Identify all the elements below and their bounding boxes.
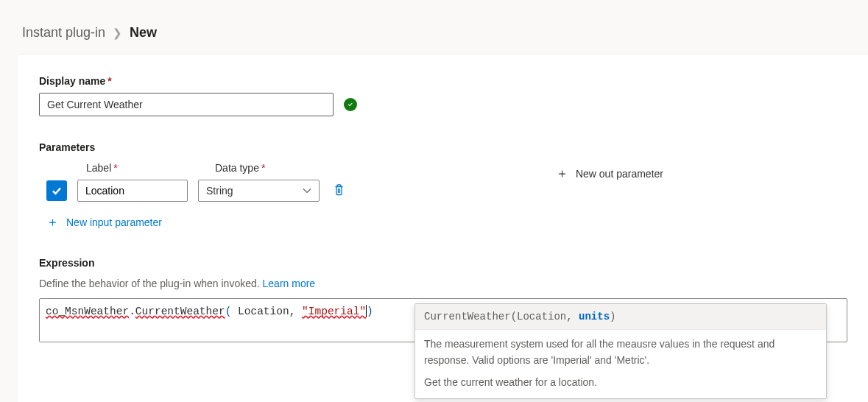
chevron-down-icon — [303, 186, 311, 195]
new-out-parameter-button[interactable]: ＋ New out parameter — [556, 162, 663, 185]
required-asterisk: * — [107, 75, 111, 87]
display-name-input[interactable] — [39, 93, 334, 116]
trash-icon — [333, 183, 345, 196]
intellisense-signature: CurrentWeather(Location, units) — [415, 304, 826, 330]
breadcrumb-parent[interactable]: Instant plug-in — [22, 25, 105, 40]
main-panel: Display name* Parameters Label* Data typ… — [18, 54, 868, 402]
checkmark-success-icon — [344, 98, 357, 111]
chevron-right-icon: ❯ — [113, 27, 122, 40]
expression-subtitle: Define the behavior of the plug-in when … — [39, 278, 847, 289]
breadcrumb-current: New — [130, 25, 157, 40]
new-input-parameter-button[interactable]: ＋ New input parameter — [46, 211, 162, 233]
intellisense-fn-desc: Get the current weather for a location. — [424, 375, 817, 391]
intellisense-popup: CurrentWeather(Location, units) The meas… — [414, 303, 827, 399]
delete-parameter-button[interactable] — [330, 180, 348, 201]
display-name-label: Display name* — [39, 75, 847, 87]
new-input-label: New input parameter — [66, 216, 162, 228]
parameters-heading: Parameters — [39, 141, 847, 153]
parameter-type-select[interactable]: String — [198, 180, 320, 202]
learn-more-link[interactable]: Learn more — [263, 278, 316, 289]
expr-token-fn: CurrentWeather — [135, 306, 225, 317]
intellisense-active-param: units — [579, 311, 610, 322]
expr-token-string: "Imperial" — [302, 306, 366, 317]
plus-icon: ＋ — [46, 214, 59, 230]
expr-token-ident: co_MsnWeather — [46, 306, 129, 317]
plus-icon: ＋ — [556, 165, 568, 182]
new-out-label: New out parameter — [576, 168, 663, 180]
expr-token-arg: Location — [231, 306, 289, 317]
parameter-type-value: String — [206, 185, 233, 197]
parameter-row: String — [39, 180, 348, 202]
parameter-label-input[interactable] — [77, 180, 188, 202]
breadcrumb: Instant plug-in ❯ New — [0, 0, 868, 54]
col-header-type: Data type* — [215, 162, 265, 174]
col-header-label: Label* — [86, 162, 215, 174]
expression-heading: Expression — [39, 257, 847, 269]
parameter-checkbox[interactable] — [46, 180, 67, 201]
intellisense-param-desc: The measurement system used for all the … — [424, 336, 817, 368]
